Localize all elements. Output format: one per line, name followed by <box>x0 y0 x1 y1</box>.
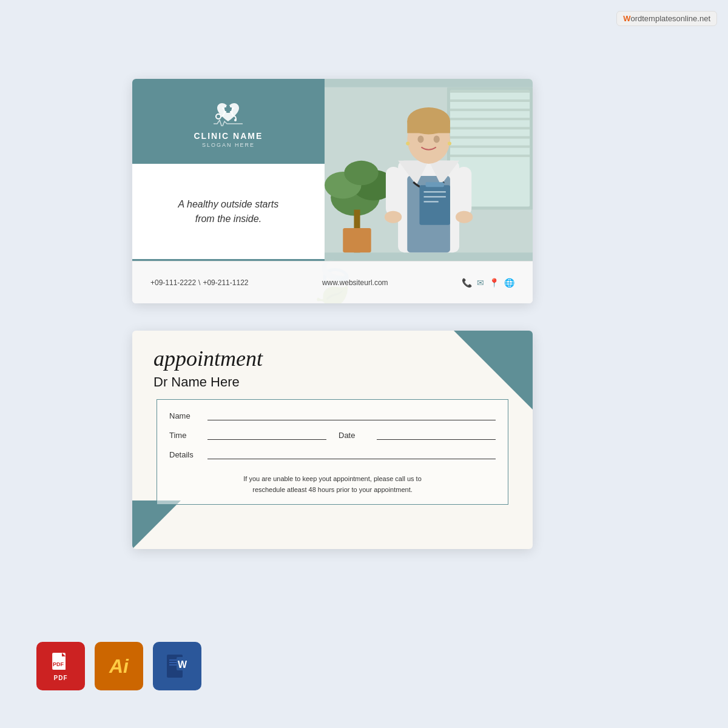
svg-point-2 <box>216 114 221 119</box>
time-label: Time <box>169 431 203 440</box>
date-group: Date <box>339 430 496 440</box>
svg-point-39 <box>448 142 451 146</box>
svg-point-38 <box>406 142 410 146</box>
svg-rect-35 <box>407 121 450 133</box>
svg-point-3 <box>234 119 237 121</box>
svg-rect-10 <box>450 118 530 120</box>
svg-point-36 <box>417 135 423 143</box>
card-footer: 🍃 +09-111-2222 \ +09-211-1122 www.websit… <box>132 261 533 303</box>
name-label: Name <box>169 411 203 420</box>
svg-rect-25 <box>425 182 443 187</box>
svg-text:W: W <box>178 659 187 670</box>
svg-point-37 <box>433 135 439 143</box>
svg-rect-11 <box>450 127 530 129</box>
svg-rect-12 <box>450 136 530 138</box>
form-details-row: Details <box>169 450 496 459</box>
svg-rect-28 <box>423 201 438 202</box>
phone2: +09-211-1122 <box>203 278 248 287</box>
doctor-illustration <box>325 79 533 261</box>
svg-rect-30 <box>456 167 471 216</box>
appointment-content: appointment Dr Name Here Name Time Date <box>132 331 533 517</box>
svg-rect-24 <box>419 185 450 225</box>
clinic-logo <box>211 98 245 126</box>
svg-rect-7 <box>450 90 530 93</box>
watermark-text: ordtemplatesonline.net <box>630 14 710 23</box>
svg-rect-26 <box>423 191 445 192</box>
doctor-photo <box>325 79 533 261</box>
clinic-header: CLINIC NAME SLOGAN HERE <box>132 79 325 164</box>
appointment-form: Name Time Date Details <box>157 399 508 505</box>
date-label: Date <box>339 431 372 440</box>
card-left-panel: CLINIC NAME SLOGAN HERE A healthy outsid… <box>132 79 325 261</box>
pdf-label: PDF <box>54 675 68 681</box>
name-line <box>207 411 496 420</box>
svg-rect-45 <box>169 664 178 666</box>
watermark-w: W <box>623 14 630 23</box>
word-icon[interactable]: W <box>153 642 201 690</box>
separator: \ <box>198 278 200 287</box>
details-line <box>207 450 496 459</box>
svg-rect-14 <box>450 155 530 157</box>
app-icons-row: PDF PDF Ai W <box>36 642 201 690</box>
phone1: +09-111-2222 <box>150 278 196 287</box>
svg-rect-27 <box>423 196 445 197</box>
svg-text:PDF: PDF <box>53 661 64 667</box>
clinic-name: CLINIC NAME <box>194 131 263 141</box>
email-icon: ✉ <box>477 278 484 288</box>
location-icon: 📍 <box>489 278 499 288</box>
form-time-date-row: Time Date <box>169 430 496 440</box>
tagline-text: A healthy outside startsfrom the inside. <box>178 197 279 226</box>
svg-rect-8 <box>450 99 530 102</box>
globe-icon: 🌐 <box>504 278 514 288</box>
footer-phones: +09-111-2222 \ +09-211-1122 <box>150 278 249 287</box>
ai-letters: Ai <box>109 656 129 676</box>
tagline-section: A healthy outside startsfrom the inside. <box>132 164 325 261</box>
form-name-row: Name <box>169 411 496 420</box>
word-svg: W <box>163 652 191 680</box>
svg-point-31 <box>385 211 402 223</box>
footer-website: www.websiteurl.com <box>322 278 388 287</box>
details-label: Details <box>169 450 203 459</box>
pdf-svg: PDF <box>50 652 72 673</box>
svg-point-32 <box>456 211 473 223</box>
appointment-notice: If you are unable to keep yout appointme… <box>169 469 496 495</box>
watermark: Wordtemplatesonline.net <box>616 11 717 26</box>
footer-icons: 📞 ✉ 📍 🌐 <box>462 278 514 288</box>
svg-rect-9 <box>450 109 530 111</box>
logo-icon <box>211 98 245 126</box>
date-line <box>377 430 496 440</box>
svg-rect-20 <box>343 228 371 252</box>
doctor-name: Dr Name Here <box>153 374 511 390</box>
clinic-slogan: SLOGAN HERE <box>202 142 255 148</box>
svg-point-18 <box>344 161 379 185</box>
svg-rect-13 <box>450 146 530 148</box>
time-line <box>207 430 326 440</box>
time-group: Time <box>169 430 326 440</box>
pdf-icon[interactable]: PDF PDF <box>36 642 85 690</box>
svg-rect-1 <box>224 107 232 111</box>
card-top: CLINIC NAME SLOGAN HERE A healthy outsid… <box>132 79 533 261</box>
appointment-card: appointment Dr Name Here Name Time Date <box>132 331 533 549</box>
svg-rect-29 <box>386 167 401 216</box>
phone-icon: 📞 <box>462 278 472 288</box>
ai-icon[interactable]: Ai <box>95 642 143 690</box>
appointment-title: appointment <box>153 346 511 371</box>
business-card-front: CLINIC NAME SLOGAN HERE A healthy outsid… <box>132 79 533 303</box>
